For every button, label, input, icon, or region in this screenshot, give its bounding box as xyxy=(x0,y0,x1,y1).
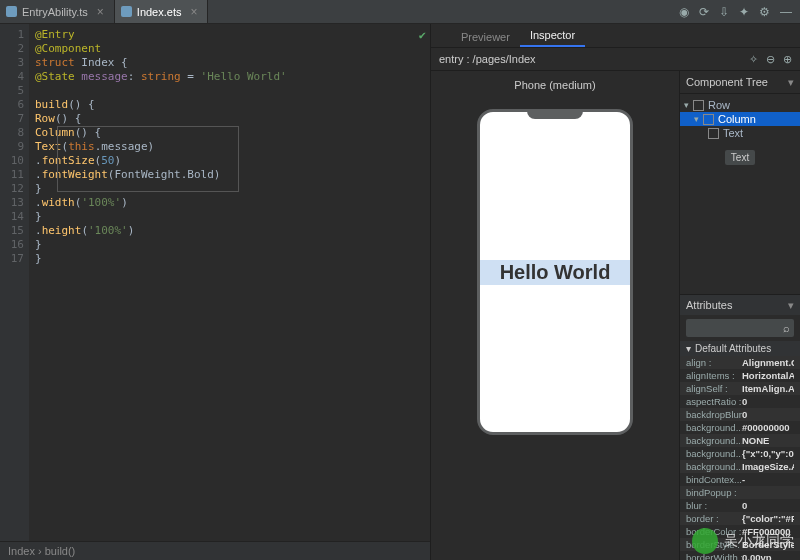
tree-row[interactable]: ▾Column xyxy=(680,112,800,126)
box-icon xyxy=(693,100,704,111)
gear-icon[interactable]: ⚙ xyxy=(759,5,770,19)
eye-icon[interactable]: ◉ xyxy=(679,5,689,19)
phone-label: Phone (medium) xyxy=(514,71,595,109)
chevron-down-icon[interactable]: ▾ xyxy=(788,295,794,315)
attr-key: bindPopup : xyxy=(686,487,742,498)
tree-badge: Text xyxy=(725,150,755,165)
attr-row[interactable]: backdropBlur :0 xyxy=(680,408,800,421)
attributes-header[interactable]: Attributes▾ xyxy=(680,295,800,315)
attr-key: blur : xyxy=(686,500,742,511)
attr-value: 0 xyxy=(742,396,794,407)
attr-value: NONE xyxy=(742,435,794,446)
attr-value: HorizontalAlign.Cen... xyxy=(742,370,794,381)
attr-row[interactable]: blur :0 xyxy=(680,499,800,512)
tree-row[interactable]: ▾Row xyxy=(680,98,800,112)
phone-frame[interactable]: Hello World xyxy=(477,109,633,435)
download-icon[interactable]: ⇩ xyxy=(719,5,729,19)
attr-row[interactable]: alignItems :HorizontalAlign.Cen... xyxy=(680,369,800,382)
attr-value: - xyxy=(742,474,794,485)
hello-world-text[interactable]: Hello World xyxy=(480,260,630,285)
attr-key: background... : xyxy=(686,448,742,459)
attr-key: aspectRatio : xyxy=(686,396,742,407)
phone-notch xyxy=(527,109,583,119)
attributes-search[interactable]: ⌕ xyxy=(686,319,794,337)
watermark: 吴小龙同学 xyxy=(692,528,794,554)
file-icon xyxy=(6,6,17,17)
attr-key: background... : xyxy=(686,461,742,472)
wrench-icon[interactable]: ✦ xyxy=(739,5,749,19)
zoomin-icon[interactable]: ⊕ xyxy=(783,53,792,66)
attr-row[interactable]: background... :ImageSize.Auto xyxy=(680,460,800,473)
attr-value: ImageSize.Auto xyxy=(742,461,794,472)
attr-row[interactable]: bindPopup : xyxy=(680,486,800,499)
box-icon xyxy=(703,114,714,125)
chevron-down-icon[interactable]: ▾ xyxy=(788,71,794,93)
close-icon[interactable]: × xyxy=(97,5,104,19)
entry-path: entry : /pages/Index xyxy=(439,53,536,65)
attr-key: bindContex... : xyxy=(686,474,742,485)
tab-entryability[interactable]: EntryAbility.ts× xyxy=(0,0,115,23)
attr-value: ItemAlign.Auto xyxy=(742,383,794,394)
attr-row[interactable]: aspectRatio :0 xyxy=(680,395,800,408)
close-icon[interactable]: × xyxy=(190,5,197,19)
attr-row[interactable]: bindContex... :- xyxy=(680,473,800,486)
tab-inspector[interactable]: Inspector xyxy=(520,25,585,47)
default-attributes-header[interactable]: ▾Default Attributes xyxy=(680,341,800,356)
search-icon[interactable]: ⌕ xyxy=(783,322,790,334)
attr-value: 0 xyxy=(742,409,794,420)
attr-key: alignItems : xyxy=(686,370,742,381)
attr-key: align : xyxy=(686,357,742,368)
attr-key: background... : xyxy=(686,435,742,446)
code-area[interactable]: ✔ @Entry @Component struct Index { @Stat… xyxy=(29,24,430,541)
attr-key: backdropBlur : xyxy=(686,409,742,420)
wechat-icon xyxy=(692,528,718,554)
zoomout-icon[interactable]: ⊖ xyxy=(766,53,775,66)
tree-row[interactable]: Text xyxy=(680,126,800,140)
component-tree: ▾Row ▾Column Text xyxy=(680,94,800,144)
breadcrumb[interactable]: Index › build() xyxy=(0,541,430,560)
attr-value: {"color":"#FF000000","... xyxy=(742,513,794,524)
tab-index[interactable]: Index.ets× xyxy=(115,0,209,23)
editor-tabs: EntryAbility.ts× Index.ets× ◉ ⟳ ⇩ ✦ ⚙ — xyxy=(0,0,800,24)
inspector-header: entry : /pages/Index ✧ ⊖ ⊕ xyxy=(431,48,800,71)
check-icon: ✔ xyxy=(419,28,426,42)
attr-value: Alignment.Center xyxy=(742,357,794,368)
attr-value: {"x":0,"y":0} xyxy=(742,448,794,459)
attr-key: background... : xyxy=(686,422,742,433)
toolbar-icons: ◉ ⟳ ⇩ ✦ ⚙ — xyxy=(679,0,800,23)
attr-row[interactable]: border :{"color":"#FF000000","... xyxy=(680,512,800,525)
file-icon xyxy=(121,6,132,17)
attr-row[interactable]: background... :NONE xyxy=(680,434,800,447)
attr-row[interactable]: background... :#00000000 xyxy=(680,421,800,434)
attr-value: 0 xyxy=(742,500,794,511)
previewer-tabs: Previewer Inspector xyxy=(431,24,800,48)
attr-row[interactable]: background... :{"x":0,"y":0} xyxy=(680,447,800,460)
code-editor: 1234 5678 9101112 13141516 17 ✔ @Entry @… xyxy=(0,24,431,560)
attr-row[interactable]: alignSelf :ItemAlign.Auto xyxy=(680,382,800,395)
target-icon[interactable]: ✧ xyxy=(749,53,758,66)
attr-key: alignSelf : xyxy=(686,383,742,394)
attr-key: border : xyxy=(686,513,742,524)
attr-value: #00000000 xyxy=(742,422,794,433)
tab-previewer[interactable]: Previewer xyxy=(451,27,520,47)
box-icon xyxy=(708,128,719,139)
line-gutter: 1234 5678 9101112 13141516 17 xyxy=(0,24,29,541)
attr-row[interactable]: align :Alignment.Center xyxy=(680,356,800,369)
refresh-icon[interactable]: ⟳ xyxy=(699,5,709,19)
phone-preview: Phone (medium) Hello World xyxy=(431,71,679,560)
component-tree-header[interactable]: Component Tree▾ xyxy=(680,71,800,94)
minimize-icon[interactable]: — xyxy=(780,5,792,19)
